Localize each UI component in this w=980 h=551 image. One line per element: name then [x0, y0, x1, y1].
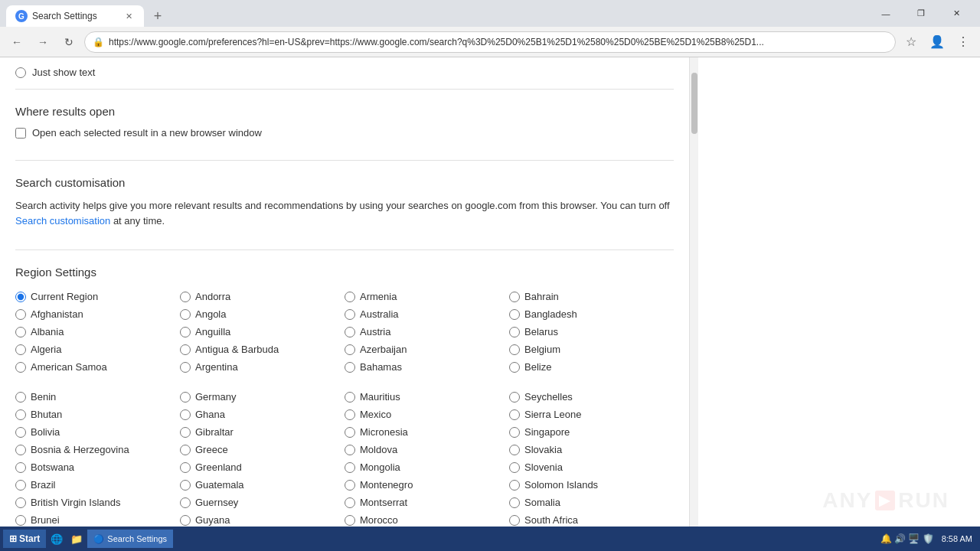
region-radio-greece[interactable]	[180, 445, 191, 455]
region-item: Austria	[345, 323, 509, 341]
new-tab-button[interactable]: +	[147, 5, 168, 27]
region-radio-guernsey[interactable]	[180, 497, 191, 508]
taskbar-right-area: 🔔 🔊 🖥️ 🛡️ 8:58 AM	[880, 533, 977, 544]
region-radio-ghana[interactable]	[180, 409, 191, 420]
region-radio-azerbaijan[interactable]	[345, 344, 355, 355]
region-radio-austria[interactable]	[345, 327, 355, 337]
region-radio-micronesia[interactable]	[345, 427, 355, 438]
tab-close-button[interactable]: ✕	[122, 10, 135, 22]
taskbar-ie-icon[interactable]: 🌐	[47, 530, 66, 548]
region-radio-botswana[interactable]	[15, 462, 26, 473]
region-label: Guernsey	[195, 497, 238, 508]
region-item: Guernsey	[180, 494, 345, 511]
region-label: Argentina	[195, 361, 238, 373]
region-radio-bhutan[interactable]	[15, 409, 26, 420]
scrollbar-track[interactable]	[689, 57, 698, 527]
address-bar[interactable]: 🔒 https://www.google.com/preferences?hl=…	[84, 31, 896, 53]
menu-icon[interactable]: ⋮	[952, 31, 974, 53]
region-radio-bolivia[interactable]	[15, 427, 26, 438]
region-radio-brunei[interactable]	[15, 515, 26, 526]
window-controls: — ❐ ✕	[868, 0, 974, 27]
region-group-gap	[345, 376, 509, 388]
back-button[interactable]: ←	[6, 31, 28, 53]
region-radio-argentina[interactable]	[180, 362, 191, 373]
taskbar-folder-icon[interactable]: 📁	[67, 530, 86, 548]
region-item: Bosnia & Herzegovina	[15, 441, 180, 458]
region-radio-bosnia-&-herzegovina[interactable]	[15, 445, 26, 455]
region-radio-belgium[interactable]	[509, 344, 520, 355]
region-radio-australia[interactable]	[345, 309, 355, 320]
region-item: Singapore	[509, 423, 674, 441]
region-radio-somalia[interactable]	[509, 497, 520, 508]
region-radio-guatemala[interactable]	[180, 480, 191, 491]
region-item: South Africa	[509, 511, 674, 527]
region-radio-germany[interactable]	[180, 392, 191, 403]
refresh-button[interactable]: ↻	[58, 31, 80, 53]
region-radio-morocco[interactable]	[345, 515, 355, 526]
minimize-button[interactable]: —	[868, 0, 903, 27]
region-radio-mongolia[interactable]	[345, 462, 355, 473]
forward-button[interactable]: →	[32, 31, 54, 53]
region-radio-mauritius[interactable]	[345, 392, 355, 403]
region-radio-guyana[interactable]	[180, 515, 191, 526]
region-radio-angola[interactable]	[180, 309, 191, 320]
region-label: Micronesia	[360, 426, 408, 438]
region-radio-antigua-&-barbuda[interactable]	[180, 344, 191, 355]
just-show-text-label: Just show text	[32, 67, 95, 78]
region-item: Azerbaijan	[345, 341, 509, 358]
bookmark-star-icon[interactable]: ☆	[900, 31, 922, 53]
region-radio-andorra[interactable]	[180, 292, 191, 302]
region-label: Belgium	[524, 344, 560, 355]
start-button[interactable]: ⊞ Start	[3, 530, 46, 548]
region-group-gap	[180, 376, 345, 388]
active-tab[interactable]: G Search Settings ✕	[6, 5, 144, 27]
profile-icon[interactable]: 👤	[926, 31, 948, 53]
region-radio-solomon-islands[interactable]	[509, 480, 520, 491]
region-radio-greenland[interactable]	[180, 462, 191, 473]
url-text: https://www.google.com/preferences?hl=en…	[109, 37, 887, 47]
region-settings-title: Region Settings	[15, 266, 674, 279]
region-radio-bangladesh[interactable]	[509, 309, 520, 320]
region-radio-brazil[interactable]	[15, 480, 26, 491]
region-radio-armenia[interactable]	[345, 292, 355, 302]
region-radio-montenegro[interactable]	[345, 480, 355, 491]
region-radio-belarus[interactable]	[509, 327, 520, 337]
search-customisation-link[interactable]: Search customisation	[15, 215, 110, 227]
region-radio-slovakia[interactable]	[509, 445, 520, 455]
region-radio-moldova[interactable]	[345, 445, 355, 455]
maximize-button[interactable]: ❐	[903, 0, 939, 27]
region-radio-montserrat[interactable]	[345, 497, 355, 508]
region-radio-current-region[interactable]	[15, 292, 26, 302]
region-radio-afghanistan[interactable]	[15, 309, 26, 320]
region-label: Montserrat	[360, 497, 407, 508]
scrollbar-thumb[interactable]	[691, 73, 697, 134]
region-radio-singapore[interactable]	[509, 427, 520, 438]
just-show-text-radio[interactable]	[15, 67, 26, 78]
region-radio-anguilla[interactable]	[180, 327, 191, 337]
region-item: Algeria	[15, 341, 180, 358]
close-window-button[interactable]: ✕	[939, 0, 974, 27]
region-radio-bahrain[interactable]	[509, 292, 520, 302]
region-label: Antigua & Barbuda	[195, 344, 279, 355]
region-radio-seychelles[interactable]	[509, 392, 520, 403]
taskbar-chrome-item[interactable]: 🔵 Search Settings	[87, 530, 173, 548]
region-radio-american-samoa[interactable]	[15, 362, 26, 373]
region-item: British Virgin Islands	[15, 494, 180, 511]
region-radio-algeria[interactable]	[15, 344, 26, 355]
region-radio-mexico[interactable]	[345, 409, 355, 420]
region-radio-british-virgin-islands[interactable]	[15, 497, 26, 508]
region-item: Montenegro	[345, 476, 509, 494]
region-label: Bolivia	[31, 426, 60, 438]
region-radio-bahamas[interactable]	[345, 362, 355, 373]
region-radio-slovenia[interactable]	[509, 462, 520, 473]
region-radio-sierra-leone[interactable]	[509, 409, 520, 420]
region-radio-albania[interactable]	[15, 327, 26, 337]
region-radio-gibraltar[interactable]	[180, 427, 191, 438]
region-radio-belize[interactable]	[509, 362, 520, 373]
region-radio-south-africa[interactable]	[509, 515, 520, 526]
new-window-checkbox[interactable]	[15, 128, 26, 139]
search-customisation-title: Search customisation	[15, 176, 674, 189]
region-label: Belize	[524, 361, 551, 373]
region-radio-benin[interactable]	[15, 392, 26, 403]
region-item: Mauritius	[345, 388, 509, 406]
